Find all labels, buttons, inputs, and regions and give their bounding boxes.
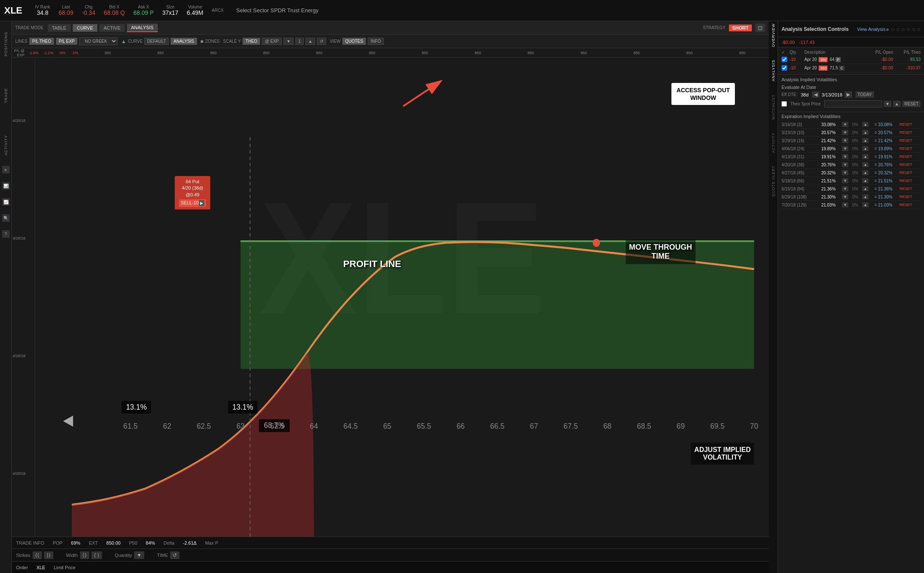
exp-down-0[interactable]: ▼ bbox=[842, 122, 848, 127]
exp-up-4[interactable]: ▲ bbox=[862, 154, 869, 159]
time-back-btn[interactable]: ↺ bbox=[170, 551, 179, 559]
refresh-btn[interactable]: ↺ bbox=[317, 38, 326, 45]
date-next-btn[interactable]: ▶ bbox=[844, 91, 852, 98]
strikes-left-btn[interactable]: ⟨⟨ bbox=[33, 551, 42, 559]
exp-down-9[interactable]: ▼ bbox=[842, 194, 848, 199]
svg-text:64.5: 64.5 bbox=[344, 422, 358, 431]
exp-reset-0[interactable]: RESET bbox=[899, 122, 912, 127]
side-tab-activity[interactable]: ACTIVITY bbox=[771, 132, 776, 153]
curve-analysis-btn[interactable]: ANALYSIS bbox=[170, 38, 197, 45]
view-analysis-btn[interactable]: View Analysis bbox=[857, 27, 886, 32]
side-tab-watchlist[interactable]: WATCHLIST bbox=[771, 94, 776, 120]
pos-checkbox-2[interactable] bbox=[781, 65, 787, 71]
info-btn[interactable]: INFO bbox=[368, 38, 384, 45]
exp-vol-row-1: 3/23/18 (10) 20.57% ▼ 0% ▲ = 20.57% RESE… bbox=[781, 129, 921, 137]
svg-text:61.5: 61.5 bbox=[124, 422, 138, 431]
theo-down-btn[interactable]: ▼ bbox=[884, 101, 891, 107]
tab-analysis[interactable]: ANALYSIS bbox=[127, 24, 158, 32]
arrow-down-btn[interactable]: ▼ bbox=[283, 38, 294, 45]
exp-up-0[interactable]: ▲ bbox=[862, 122, 869, 127]
exp-pct-0: 33.08% bbox=[821, 122, 840, 127]
svg-text:67: 67 bbox=[530, 422, 538, 431]
exp-reset-4[interactable]: RESET bbox=[899, 154, 912, 159]
width-shrink-btn[interactable]: ⟨⟩ bbox=[80, 551, 89, 559]
exp-up-3[interactable]: ▲ bbox=[862, 146, 869, 151]
exp-reset-8[interactable]: RESET bbox=[899, 187, 912, 191]
exp-zero-2: 0% bbox=[850, 138, 861, 143]
exp-reset-1[interactable]: RESET bbox=[899, 130, 912, 135]
tab-curve[interactable]: CURVE bbox=[73, 24, 97, 32]
date-prev-btn[interactable]: ◀ bbox=[812, 91, 820, 98]
theo-reset-btn[interactable]: RESET bbox=[902, 101, 921, 107]
exp-reset-3[interactable]: RESET bbox=[899, 146, 912, 151]
svg-text:62.5: 62.5 bbox=[197, 422, 211, 431]
exp-reset-5[interactable]: RESET bbox=[899, 163, 912, 167]
chart-area[interactable]: XLE 13.1% bbox=[35, 58, 769, 537]
exp-final-3: = 19.89% bbox=[874, 146, 898, 151]
exp-up-2[interactable]: ▲ bbox=[862, 138, 869, 143]
trade-tab[interactable]: TRADE bbox=[4, 88, 8, 103]
sidebar-icon-list[interactable]: ≡ bbox=[2, 166, 10, 174]
theo-input[interactable] bbox=[824, 100, 882, 107]
exp-reset-9[interactable]: RESET bbox=[899, 195, 912, 199]
side-tab-analysis[interactable]: ANALYSIS bbox=[771, 60, 776, 81]
greek-select[interactable]: NO GREEK DELTA GAMMA bbox=[79, 37, 118, 45]
exp-btn[interactable]: @ EXP bbox=[262, 38, 282, 45]
pl-val-12: 850 bbox=[451, 51, 504, 55]
activity-tab[interactable]: ACTIVITY bbox=[4, 135, 8, 156]
exp-down-7[interactable]: ▼ bbox=[842, 178, 848, 183]
theo-btn[interactable]: THEO bbox=[242, 38, 260, 45]
positions-tab[interactable]: POSITIONS bbox=[4, 32, 8, 56]
theo-checkbox[interactable] bbox=[781, 101, 787, 107]
exp-reset-2[interactable]: RESET bbox=[899, 138, 912, 143]
pos-desc-2: Apr 20 38d 71.5 C bbox=[804, 66, 866, 70]
exp-up-10[interactable]: ▲ bbox=[862, 202, 869, 207]
curve-label: CURVE bbox=[128, 39, 143, 44]
exp-pct-4: 19.91% bbox=[821, 154, 840, 159]
tab-table[interactable]: TABLE bbox=[48, 24, 71, 32]
qty-down-btn[interactable]: ▼ bbox=[134, 551, 144, 559]
quotes-btn[interactable]: QUOTES bbox=[342, 38, 366, 45]
exp-down-10[interactable]: ▼ bbox=[842, 202, 848, 207]
exp-down-6[interactable]: ▼ bbox=[842, 170, 848, 175]
exp-up-6[interactable]: ▲ bbox=[862, 170, 869, 175]
exp-down-5[interactable]: ▼ bbox=[842, 162, 848, 167]
exp-up-9[interactable]: ▲ bbox=[862, 194, 869, 199]
sidebar-icon-search[interactable]: 🔍 bbox=[2, 214, 10, 222]
strikes-right-btn[interactable]: ⟩⟩ bbox=[44, 551, 53, 559]
exp-down-2[interactable]: ▼ bbox=[842, 138, 848, 143]
today-btn[interactable]: TODAY bbox=[855, 91, 874, 98]
pl-theo-btn[interactable]: P/L THEO bbox=[29, 38, 54, 45]
exp-reset-6[interactable]: RESET bbox=[899, 171, 912, 175]
curve-default-btn[interactable]: DEFAULT bbox=[144, 38, 169, 45]
exp-down-8[interactable]: ▼ bbox=[842, 186, 848, 191]
width-expand-btn[interactable]: ⟨ ⟩ bbox=[91, 551, 102, 559]
exp-up-5[interactable]: ▲ bbox=[862, 162, 869, 167]
arrow-up-btn[interactable]: ▲ bbox=[305, 38, 316, 45]
theo-up-btn[interactable]: ▲ bbox=[893, 101, 901, 107]
exp-down-3[interactable]: ▼ bbox=[842, 146, 848, 151]
pos-checkbox-1[interactable] bbox=[781, 57, 787, 62]
pos-pl-theo-2: -310.97 bbox=[895, 66, 921, 70]
pl-exp-btn[interactable]: P/L EXP bbox=[56, 38, 77, 45]
chg-label: Chg bbox=[85, 5, 92, 9]
pop-out-btn[interactable]: ⊡ bbox=[755, 24, 765, 32]
exp-up-7[interactable]: ▲ bbox=[862, 178, 869, 183]
pos-pl-open-1: -$0.00 bbox=[868, 57, 893, 62]
bottom-info-bar: TRADE INFO POP 69% EXT 850.00 P50 84% De… bbox=[12, 537, 769, 548]
controls-bar: Strikes ⟨⟨ ⟩⟩ Width ⟨⟩ ⟨ ⟩ Quantity ▼ TI… bbox=[12, 548, 769, 561]
exp-up-8[interactable]: ▲ bbox=[862, 186, 869, 191]
sidebar-icon-help[interactable]: ? bbox=[2, 230, 10, 238]
exp-reset-10[interactable]: RESET bbox=[899, 203, 912, 207]
theo-spot-label: Theo Spot Price bbox=[790, 102, 821, 106]
exp-down-1[interactable]: ▼ bbox=[842, 130, 848, 135]
side-tab-quote-alert[interactable]: QUOTE ALERT bbox=[771, 165, 776, 197]
sidebar-icon-chart[interactable]: 📊 bbox=[2, 182, 10, 190]
sidebar-icon-stats[interactable]: 📈 bbox=[2, 198, 10, 206]
company-name: Select Sector SPDR Trust Energy bbox=[236, 7, 318, 14]
tab-active[interactable]: ACTIVE bbox=[99, 24, 125, 32]
side-tab-overview[interactable]: OVERVIEW bbox=[771, 23, 776, 47]
exp-down-4[interactable]: ▼ bbox=[842, 154, 848, 159]
exp-up-1[interactable]: ▲ bbox=[862, 130, 869, 135]
exp-reset-7[interactable]: RESET bbox=[899, 179, 912, 183]
